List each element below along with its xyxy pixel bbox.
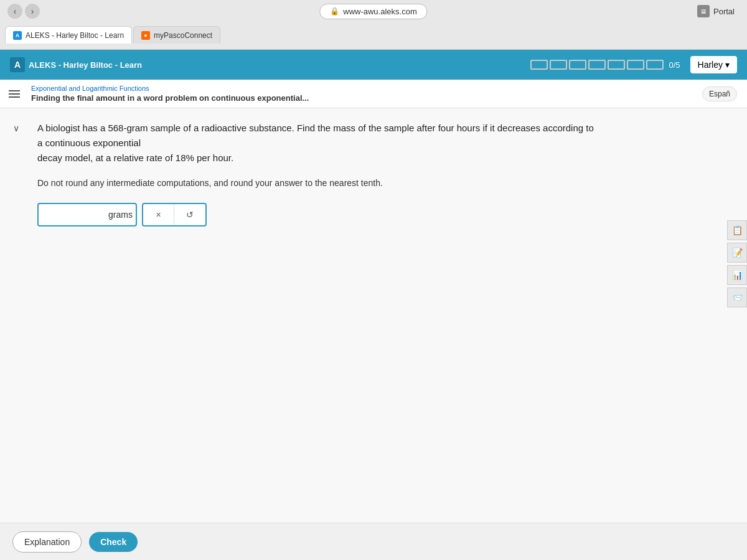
aleks-subheader: Exponential and Logarithmic Functions Fi… [0, 80, 747, 108]
address-bar[interactable]: 🔒 www-awu.aleks.com [319, 4, 427, 19]
dropdown-chevron: ▾ [725, 60, 730, 70]
forward-button[interactable]: › [25, 4, 40, 19]
progress-box-5 [608, 60, 625, 70]
progress-box-2 [550, 60, 567, 70]
sidebar-toggle[interactable] [9, 86, 24, 101]
aleks-header: A ALEKS - Harley Biltoc - Learn 0/5 Harl… [0, 50, 747, 80]
breadcrumb: Exponential and Logarithmic Functions [31, 85, 309, 92]
browser-top-bar: ‹ › 🔒 www-awu.aleks.com 🖥 Portal [0, 0, 747, 22]
answer-input-wrap: grams [37, 203, 137, 226]
progress-boxes [530, 60, 664, 70]
undo-button[interactable]: ↺ [174, 204, 205, 225]
aleks-tab-label: ALEKS - Harley Biltoc - Learn [26, 31, 124, 40]
answer-input[interactable] [44, 210, 106, 220]
answer-row: grams × ↺ [37, 203, 710, 226]
portal-label[interactable]: Portal [713, 7, 735, 16]
right-tools-panel: 📋 📝 📊 📨 [727, 220, 747, 307]
progress-box-6 [627, 60, 644, 70]
mypasco-tab-icon: ● [141, 31, 150, 40]
aleks-header-title: ALEKS - Harley Biltoc - Learn [29, 60, 142, 70]
collapse-button[interactable]: ∨ [9, 121, 24, 136]
lock-icon: 🔒 [330, 7, 339, 16]
page-title: Finding the final amount in a word probl… [31, 93, 309, 103]
address-text: www-awu.aleks.com [343, 7, 416, 16]
user-menu-button[interactable]: Harley ▾ [690, 56, 737, 73]
progress-box-4 [588, 60, 606, 70]
subheader-left: Exponential and Logarithmic Functions Fi… [31, 85, 309, 103]
problem-text-line2: decay model, at a relative rate of 18% p… [37, 152, 233, 163]
progress-box-3 [569, 60, 586, 70]
explanation-button[interactable]: Explanation [12, 531, 82, 553]
hamburger-line-1 [9, 90, 20, 91]
tool-btn-group: × ↺ [142, 203, 207, 226]
portal-area: 🖥 Portal [697, 5, 735, 17]
problem-statement: A biologist has a 568-gram sample of a r… [37, 121, 598, 166]
check-button[interactable]: Check [89, 532, 138, 552]
espanol-button[interactable]: Españ [702, 86, 737, 101]
right-tool-4[interactable]: 📨 [727, 287, 747, 307]
progress-section: 0/5 [530, 60, 680, 70]
back-button[interactable]: ‹ [7, 4, 22, 19]
user-name: Harley [698, 60, 723, 70]
portal-icon: 🖥 [697, 5, 710, 17]
right-tool-1[interactable]: 📋 [727, 220, 747, 240]
mypasco-tab-label: myPascoConnect [154, 31, 212, 40]
nav-buttons: ‹ › [7, 4, 40, 19]
tabs-bar: A ALEKS - Harley Biltoc - Learn ● myPasc… [0, 22, 747, 44]
main-content: ∨ A biologist has a 568-gram sample of a… [0, 108, 747, 523]
aleks-logo: A ALEKS - Harley Biltoc - Learn [10, 57, 142, 72]
grams-label: grams [108, 210, 133, 220]
hamburger-line-3 [9, 96, 20, 98]
bottom-bar: Explanation Check [0, 523, 747, 560]
instruction-text: Do not round any intermediate computatio… [37, 178, 383, 188]
clear-button[interactable]: × [143, 204, 174, 225]
tab-aleks[interactable]: A ALEKS - Harley Biltoc - Learn [5, 26, 132, 44]
round-instruction: Do not round any intermediate computatio… [37, 178, 710, 188]
problem-text-line1: A biologist has a 568-gram sample of a r… [37, 123, 594, 148]
browser-chrome: ‹ › 🔒 www-awu.aleks.com 🖥 Portal A ALEKS… [0, 0, 747, 50]
right-tool-3[interactable]: 📊 [727, 265, 747, 285]
progress-box-1 [530, 60, 548, 70]
aleks-app: A ALEKS - Harley Biltoc - Learn 0/5 Harl… [0, 50, 747, 560]
chevron-down-icon: ∨ [13, 123, 19, 133]
aleks-logo-icon: A [10, 57, 25, 72]
progress-score: 0/5 [669, 60, 680, 70]
aleks-tab-icon: A [13, 31, 22, 40]
right-tool-2[interactable]: 📝 [727, 243, 747, 263]
tab-mypasco[interactable]: ● myPascoConnect [133, 26, 220, 44]
progress-box-7 [646, 60, 664, 70]
hamburger-line-2 [9, 93, 20, 95]
